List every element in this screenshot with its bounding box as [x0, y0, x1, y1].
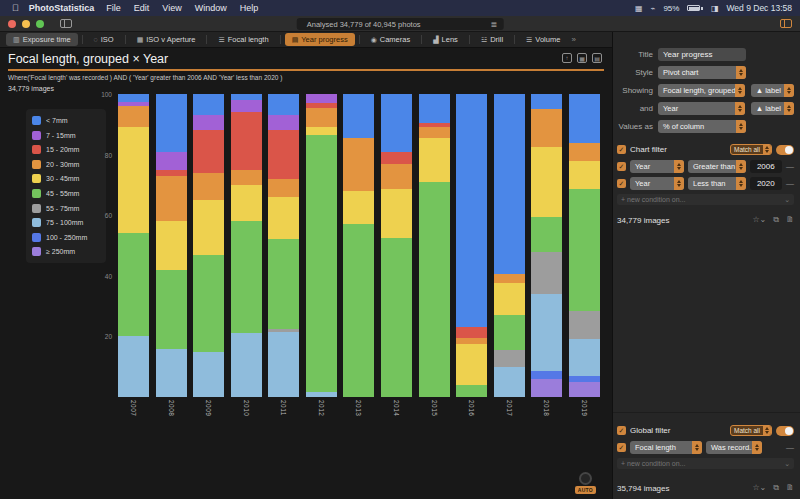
- bar-2009[interactable]: [193, 94, 224, 397]
- condition-field-dropdown[interactable]: Year: [630, 177, 684, 190]
- segment-75-100mm[interactable]: [531, 294, 562, 371]
- segment-30-45mm[interactable]: [456, 344, 487, 385]
- tab-year-progress[interactable]: ▤Year progress: [285, 33, 355, 46]
- condition-field-dropdown[interactable]: Year: [630, 160, 684, 173]
- bar-2010[interactable]: [231, 94, 262, 397]
- remove-condition-button[interactable]: —: [786, 179, 794, 188]
- menu-view[interactable]: View: [162, 3, 181, 13]
- segment-15-20mm[interactable]: [381, 152, 412, 164]
- stepper-icon[interactable]: [692, 441, 702, 454]
- segment-7-15mm[interactable]: [306, 94, 337, 103]
- segment-20-30mm[interactable]: [381, 164, 412, 190]
- segment-45-55mm[interactable]: [118, 233, 149, 336]
- segment-75-100mm[interactable]: [569, 339, 600, 375]
- bar-2008[interactable]: [156, 94, 187, 397]
- segment-45-55mm[interactable]: [268, 239, 299, 328]
- report-doc-icon[interactable]: 🗎: [786, 483, 794, 493]
- segment-75-100mm[interactable]: [156, 349, 187, 397]
- segment-30-45mm[interactable]: [231, 185, 262, 221]
- condition-op-dropdown[interactable]: Less than: [688, 177, 746, 190]
- segment-75-100mm[interactable]: [193, 352, 224, 397]
- favorite-star-icon[interactable]: ☆⌄: [752, 215, 766, 225]
- segment-≥250mm[interactable]: [569, 382, 600, 397]
- match-all-dropdown[interactable]: Match all: [730, 144, 772, 155]
- stepper-icon[interactable]: [736, 120, 746, 133]
- menu-file[interactable]: File: [106, 3, 121, 13]
- bar-2016[interactable]: [456, 94, 487, 397]
- segment-30-45mm[interactable]: [381, 189, 412, 237]
- segment-30-45mm[interactable]: [306, 127, 337, 135]
- tab-cameras[interactable]: ◉Cameras: [364, 33, 418, 46]
- segment-20-30mm[interactable]: [231, 170, 262, 185]
- menu-edit[interactable]: Edit: [134, 3, 150, 13]
- segment-45-55mm[interactable]: [381, 238, 412, 397]
- report-icon[interactable]: ▤: [592, 53, 602, 63]
- segment-30-45mm[interactable]: [193, 200, 224, 255]
- segment-20-30mm[interactable]: [569, 143, 600, 161]
- global-match-all-dropdown[interactable]: Match all: [730, 425, 772, 436]
- condition-value-field[interactable]: 2006: [750, 160, 782, 173]
- analysis-summary-pill[interactable]: Analysed 34,779 of 40,945 photos ≣: [297, 18, 504, 30]
- segment-75-100mm[interactable]: [306, 392, 337, 397]
- segment-75-100mm[interactable]: [268, 332, 299, 397]
- and-dropdown[interactable]: Year: [658, 102, 745, 115]
- new-condition-row[interactable]: + new condition on... ⌄: [617, 458, 794, 469]
- segment-30-45mm[interactable]: [118, 127, 149, 233]
- segment-<7mm[interactable]: [118, 94, 149, 102]
- stepper-icon[interactable]: [736, 177, 746, 190]
- segment-20-30mm[interactable]: [193, 173, 224, 200]
- share-icon[interactable]: ↑: [562, 53, 572, 63]
- segment-7-15mm[interactable]: [231, 100, 262, 112]
- new-condition-row[interactable]: + new condition on... ⌄: [617, 194, 794, 205]
- tab-iso[interactable]: ◌ISO: [87, 33, 121, 46]
- segment-20-30mm[interactable]: [531, 109, 562, 147]
- connectivity-icon[interactable]: ⌁: [651, 4, 656, 13]
- tab-volume[interactable]: ☰Volume: [519, 33, 567, 46]
- tab-exposure-time[interactable]: ▥Exposure time: [6, 33, 78, 46]
- auto-refresh-control[interactable]: AUTO: [575, 472, 596, 494]
- segment-<7mm[interactable]: [456, 94, 487, 327]
- segment-<7mm[interactable]: [494, 94, 525, 274]
- segment-20-30mm[interactable]: [118, 106, 149, 127]
- title-input[interactable]: Year progress: [658, 48, 746, 61]
- report-doc-icon[interactable]: 🗎: [786, 215, 794, 225]
- segment-30-45mm[interactable]: [494, 283, 525, 315]
- segment-≥250mm[interactable]: [531, 379, 562, 397]
- segment-45-55mm[interactable]: [306, 135, 337, 393]
- app-menu-title[interactable]: PhotoStatistica: [29, 3, 95, 13]
- and-sort-dropdown[interactable]: ▲ label: [751, 102, 794, 115]
- segment-55-75mm[interactable]: [569, 311, 600, 340]
- segment-45-55mm[interactable]: [156, 270, 187, 349]
- condition-checkbox[interactable]: ✓: [617, 162, 626, 171]
- segment-20-30mm[interactable]: [306, 108, 337, 128]
- condition-checkbox[interactable]: ✓: [617, 443, 626, 452]
- segment-15-20mm[interactable]: [193, 130, 224, 172]
- stepper-icon[interactable]: [784, 102, 794, 115]
- showing-sort-dropdown[interactable]: ▲ label: [751, 84, 794, 97]
- segment-<7mm[interactable]: [193, 94, 224, 115]
- stepper-icon[interactable]: [736, 66, 746, 79]
- style-dropdown[interactable]: Pivot chart: [658, 66, 746, 79]
- segment-15-20mm[interactable]: [268, 130, 299, 178]
- condition-op-dropdown[interactable]: Greater than: [688, 160, 746, 173]
- tab-iso-v-aperture[interactable]: ▦ISO v Aperture: [130, 33, 203, 46]
- bar-2014[interactable]: [381, 94, 412, 397]
- segment-75-100mm[interactable]: [118, 336, 149, 397]
- segment-<7mm[interactable]: [419, 94, 450, 123]
- chart-filter-toggle[interactable]: [776, 145, 794, 155]
- segment-20-30mm[interactable]: [156, 176, 187, 221]
- toggle-inspector-icon[interactable]: [780, 19, 792, 28]
- segment-45-55mm[interactable]: [494, 315, 525, 350]
- condition-checkbox[interactable]: ✓: [617, 179, 626, 188]
- segment-30-45mm[interactable]: [531, 147, 562, 217]
- tab-drill[interactable]: ☳Drill: [474, 33, 510, 46]
- segment-45-55mm[interactable]: [231, 221, 262, 333]
- stepper-icon[interactable]: [763, 426, 771, 435]
- camera-roll-icon[interactable]: ⧉: [773, 483, 779, 493]
- segment-<7mm[interactable]: [569, 94, 600, 142]
- favorite-star-icon[interactable]: ☆⌄: [752, 483, 766, 493]
- segment-45-55mm[interactable]: [193, 255, 224, 352]
- stepper-icon[interactable]: [736, 160, 746, 173]
- segment-100-250mm[interactable]: [531, 371, 562, 379]
- bar-2013[interactable]: [343, 94, 374, 397]
